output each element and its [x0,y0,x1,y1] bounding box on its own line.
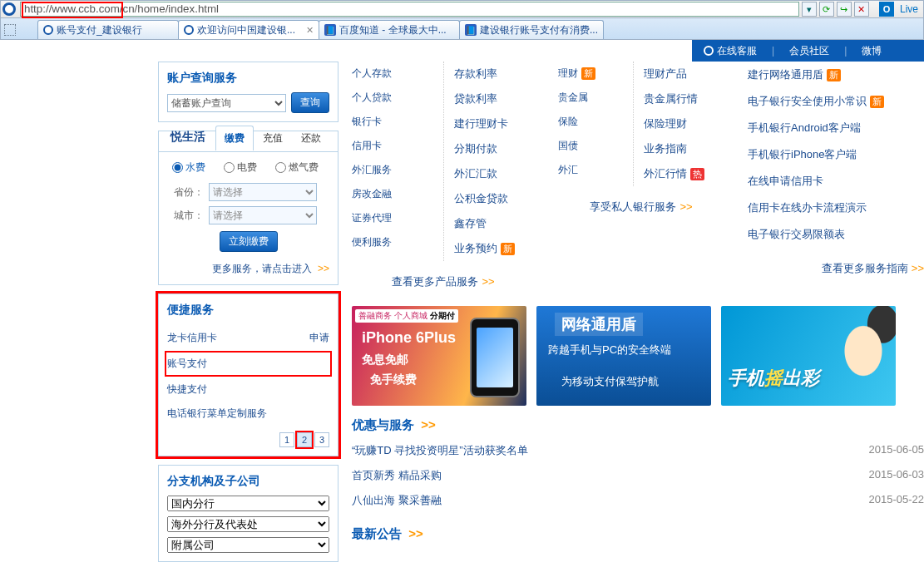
banner-tag: 善融商务 个人商城 分期付 [355,309,458,323]
product-link[interactable]: 信用卡 [352,139,382,153]
product-link[interactable]: 银行卡 [352,115,382,129]
guide-link[interactable]: 电子银行安全使用小常识新 [748,95,884,107]
product-sublink[interactable]: 公积金贷款 [454,192,508,205]
pay-now-button[interactable]: 立刻缴费 [220,231,278,252]
banner-line: 免手续费 [370,372,417,387]
person-graphic [788,306,896,406]
product-sublink[interactable]: 建行理财卡 [454,117,508,130]
product-sublink[interactable]: 贷款利率 [454,92,497,105]
news-row[interactable]: “玩赚TD 寻找投资明星”活动获奖名单2015-06-05 [352,438,924,463]
product-link[interactable]: 贵金属 [558,91,588,105]
banner-title: 手机摇出彩 [728,366,819,391]
arrow-icon: >> [318,263,329,274]
tab-grid-icon[interactable] [4,24,16,36]
browser-tab[interactable]: 📘百度知道 - 全球最大中... [319,20,460,39]
city-select[interactable]: 请选择 [209,206,317,224]
product-link[interactable]: 外汇 [558,163,578,177]
product-sublink[interactable]: 业务预约新 [454,242,515,254]
guide-link[interactable]: 信用卡在线办卡流程演示 [748,201,867,214]
box-title: 分支机构及子公司 [167,474,329,489]
phone-icon [470,318,520,397]
tab-payment[interactable]: 缴费 [215,126,254,150]
radio-electric[interactable]: 电费 [224,160,257,175]
query-button[interactable]: 查询 [291,92,329,113]
convenient-service-box: 便捷服务 龙卡信用卡申请 账号支付 快捷支付 电话银行菜单定制服务 1 2 3 [158,293,338,456]
province-select[interactable]: 请选择 [209,183,317,201]
product-sublink[interactable]: 外汇行情热 [644,167,704,180]
online-service-link[interactable]: 在线客服 [704,44,757,58]
guide-link[interactable]: 手机银行iPhone客户端 [748,148,857,160]
news-date: 2015-06-03 [869,468,925,483]
product-link[interactable]: 个人贷款 [352,91,392,105]
close-icon[interactable]: ✕ [306,25,314,36]
banner-title: iPhone 6Plus [362,329,456,347]
radio-gas[interactable]: 燃气费 [275,160,319,175]
news-date: 2015-06-05 [869,443,925,458]
query-type-select[interactable]: 储蓄账户查询 [167,94,286,112]
arrow-icon: >> [482,275,494,288]
product-link[interactable]: 个人存款 [352,67,392,81]
customer-service-bar: 在线客服 | 会员社区 | 微博 [692,40,924,62]
banner-line: 免息免邮 [362,353,408,367]
banner-mobile-shake[interactable]: 手机摇出彩 [721,306,896,406]
page-2[interactable]: 2 [297,432,312,447]
product-sublink[interactable]: 分期付款 [454,142,497,155]
community-link[interactable]: 会员社区 [789,44,829,58]
list-item[interactable]: 快捷支付 [167,377,329,402]
forward-icon[interactable]: ↪ [837,2,852,17]
guide-link[interactable]: 在线申请信用卡 [748,175,823,187]
product-link[interactable]: 国债 [558,139,578,153]
account-query-box: 账户查询服务 储蓄账户查询 查询 [158,62,338,122]
subsidiary-select[interactable]: 附属公司 [167,537,329,553]
tab-label: 欢迎访问中国建设银... [197,23,303,37]
baidu-favicon: 📘 [465,24,477,36]
product-link[interactable]: 便利服务 [352,235,392,249]
news-row[interactable]: 首页新秀 精品采购2015-06-03 [352,463,924,488]
product-link[interactable]: 外汇服务 [352,163,392,177]
product-sublink[interactable]: 外汇汇款 [454,167,497,180]
tab-repay[interactable]: 还款 [292,126,330,150]
browser-tab[interactable]: 📘建设银行账号支付有消费... [459,20,604,39]
private-bank-link[interactable]: 享受私人银行服务>> [590,200,692,213]
radio-water[interactable]: 水费 [172,160,205,175]
ccb-favicon [43,25,53,35]
product-sublink[interactable]: 贵金属行情 [644,92,698,105]
guide-link[interactable]: 电子银行交易限额表 [748,228,845,240]
domestic-branch-select[interactable]: 国内分行 [167,496,329,511]
overseas-branch-select[interactable]: 海外分行及代表处 [167,516,329,532]
banner-usbkey[interactable]: 网络通用盾 跨越手机与PC的安全终端 为移动支付保驾护航 [536,306,711,406]
list-item[interactable]: 电话银行菜单定制服务 [167,402,329,426]
dropdown-icon[interactable]: ▾ [802,2,817,17]
product-link[interactable]: 房改金融 [352,187,392,201]
product-sublink[interactable]: 保险理财 [644,117,687,130]
outlook-icon[interactable]: O [879,2,894,17]
list-item-account-payment[interactable]: 账号支付 [166,352,331,376]
product-sublink[interactable]: 存款利率 [454,67,497,80]
page-3[interactable]: 3 [314,432,329,447]
box-title: 便捷服务 [167,303,329,318]
guide-link[interactable]: 建行网络通用盾新 [748,68,841,81]
more-guide-link[interactable]: 查看更多服务指南>> [822,262,924,274]
product-link[interactable]: 理财新 [558,67,595,81]
browser-tab[interactable]: 欢迎访问中国建设银...✕ [178,20,319,39]
news-row[interactable]: 八仙出海 聚采善融2015-05-22 [352,488,924,513]
banner-iphone[interactable]: 善融商务 个人商城 分期付 iPhone 6Plus 免息免邮 免手续费 [352,306,526,406]
province-label: 省份： [167,185,204,200]
stop-icon[interactable]: ✕ [854,2,869,17]
product-link[interactable]: 保险 [558,115,578,129]
more-services-link[interactable]: 更多服务，请点击进入 >> [212,263,329,274]
product-sublink[interactable]: 鑫存管 [454,217,487,229]
reload-icon[interactable]: ⟳ [819,2,834,17]
arrow-icon: >> [912,262,924,274]
product-link[interactable]: 证券代理 [352,211,392,225]
product-sublink[interactable]: 业务指南 [644,142,687,155]
list-item[interactable]: 龙卡信用卡申请 [167,326,329,350]
product-sublink[interactable]: 理财产品 [644,67,687,80]
tab-recharge[interactable]: 充值 [254,126,292,150]
page-1[interactable]: 1 [279,432,294,447]
url-input[interactable] [20,2,799,17]
weibo-link[interactable]: 微博 [862,44,882,58]
more-products-link[interactable]: 查看更多产品服务>> [392,275,494,288]
browser-tab[interactable]: 账号支付_建设银行 [37,20,179,39]
guide-link[interactable]: 手机银行Android客户端 [748,121,861,134]
